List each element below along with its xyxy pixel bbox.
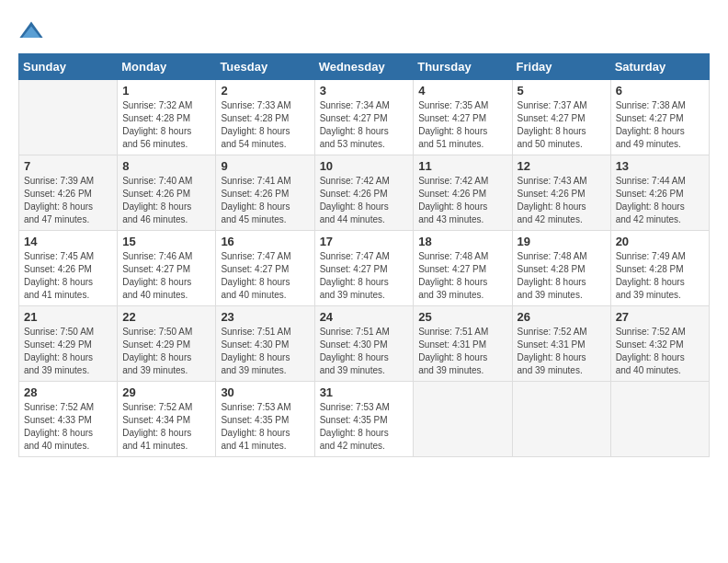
day-info: Sunrise: 7:47 AM Sunset: 4:27 PM Dayligh… xyxy=(221,250,309,302)
day-info: Sunrise: 7:52 AM Sunset: 4:31 PM Dayligh… xyxy=(518,326,606,377)
day-info: Sunrise: 7:49 AM Sunset: 4:28 PM Dayligh… xyxy=(616,250,704,302)
page-header xyxy=(18,18,710,44)
calendar-body: 1Sunrise: 7:32 AM Sunset: 4:28 PM Daylig… xyxy=(19,80,710,457)
calendar-cell: 21Sunrise: 7:50 AM Sunset: 4:29 PM Dayli… xyxy=(19,306,118,382)
calendar-cell: 4Sunrise: 7:35 AM Sunset: 4:27 PM Daylig… xyxy=(414,80,512,155)
day-info: Sunrise: 7:41 AM Sunset: 4:26 PM Dayligh… xyxy=(221,175,309,226)
calendar-cell: 12Sunrise: 7:43 AM Sunset: 4:26 PM Dayli… xyxy=(512,155,610,231)
day-number: 31 xyxy=(320,385,409,399)
day-number: 9 xyxy=(221,159,309,173)
calendar-cell: 10Sunrise: 7:42 AM Sunset: 4:26 PM Dayli… xyxy=(314,155,414,231)
day-info: Sunrise: 7:52 AM Sunset: 4:34 PM Dayligh… xyxy=(122,401,210,453)
day-number: 17 xyxy=(320,235,409,248)
day-number: 13 xyxy=(616,159,704,173)
day-number: 11 xyxy=(418,159,506,173)
calendar-cell: 9Sunrise: 7:41 AM Sunset: 4:26 PM Daylig… xyxy=(216,155,314,231)
day-number: 27 xyxy=(616,310,704,324)
day-info: Sunrise: 7:48 AM Sunset: 4:28 PM Dayligh… xyxy=(518,250,606,302)
calendar-week-row: 28Sunrise: 7:52 AM Sunset: 4:33 PM Dayli… xyxy=(19,382,710,457)
day-number: 29 xyxy=(122,385,210,399)
calendar-cell: 23Sunrise: 7:51 AM Sunset: 4:30 PM Dayli… xyxy=(216,306,314,382)
day-info: Sunrise: 7:53 AM Sunset: 4:35 PM Dayligh… xyxy=(221,401,309,453)
day-info: Sunrise: 7:53 AM Sunset: 4:35 PM Dayligh… xyxy=(320,401,409,453)
day-number: 16 xyxy=(221,235,309,248)
day-number: 24 xyxy=(320,310,409,324)
day-info: Sunrise: 7:46 AM Sunset: 4:27 PM Dayligh… xyxy=(122,250,210,302)
day-info: Sunrise: 7:50 AM Sunset: 4:29 PM Dayligh… xyxy=(122,326,210,377)
calendar-cell: 2Sunrise: 7:33 AM Sunset: 4:28 PM Daylig… xyxy=(216,80,314,155)
day-number: 30 xyxy=(221,385,309,399)
day-number: 2 xyxy=(221,84,309,98)
weekday-header: Sunday xyxy=(19,54,118,80)
calendar-cell: 27Sunrise: 7:52 AM Sunset: 4:32 PM Dayli… xyxy=(610,306,709,382)
calendar-cell: 18Sunrise: 7:48 AM Sunset: 4:27 PM Dayli… xyxy=(414,231,512,306)
day-number: 23 xyxy=(221,310,309,324)
day-number: 15 xyxy=(122,235,210,248)
calendar-cell xyxy=(512,382,610,457)
calendar-week-row: 14Sunrise: 7:45 AM Sunset: 4:26 PM Dayli… xyxy=(19,231,710,306)
day-number: 3 xyxy=(320,84,409,98)
day-number: 25 xyxy=(418,310,506,324)
day-number: 1 xyxy=(122,84,210,98)
calendar-cell: 15Sunrise: 7:46 AM Sunset: 4:27 PM Dayli… xyxy=(118,231,216,306)
day-info: Sunrise: 7:42 AM Sunset: 4:26 PM Dayligh… xyxy=(320,175,409,226)
day-number: 18 xyxy=(418,235,506,248)
calendar-cell: 11Sunrise: 7:42 AM Sunset: 4:26 PM Dayli… xyxy=(414,155,512,231)
day-info: Sunrise: 7:51 AM Sunset: 4:30 PM Dayligh… xyxy=(221,326,309,377)
calendar-cell: 7Sunrise: 7:39 AM Sunset: 4:26 PM Daylig… xyxy=(19,155,118,231)
day-info: Sunrise: 7:43 AM Sunset: 4:26 PM Dayligh… xyxy=(518,175,606,226)
weekday-header: Friday xyxy=(512,54,610,80)
day-info: Sunrise: 7:47 AM Sunset: 4:27 PM Dayligh… xyxy=(320,250,409,302)
day-number: 8 xyxy=(122,159,210,173)
day-number: 19 xyxy=(518,235,606,248)
day-info: Sunrise: 7:45 AM Sunset: 4:26 PM Dayligh… xyxy=(24,250,112,302)
day-info: Sunrise: 7:42 AM Sunset: 4:26 PM Dayligh… xyxy=(418,175,506,226)
calendar-cell: 19Sunrise: 7:48 AM Sunset: 4:28 PM Dayli… xyxy=(512,231,610,306)
calendar-cell: 17Sunrise: 7:47 AM Sunset: 4:27 PM Dayli… xyxy=(314,231,414,306)
day-number: 21 xyxy=(24,310,112,324)
logo-icon xyxy=(18,18,44,44)
day-info: Sunrise: 7:37 AM Sunset: 4:27 PM Dayligh… xyxy=(518,99,606,151)
day-info: Sunrise: 7:34 AM Sunset: 4:27 PM Dayligh… xyxy=(320,99,409,151)
calendar-cell: 20Sunrise: 7:49 AM Sunset: 4:28 PM Dayli… xyxy=(610,231,709,306)
calendar-week-row: 1Sunrise: 7:32 AM Sunset: 4:28 PM Daylig… xyxy=(19,80,710,155)
day-info: Sunrise: 7:40 AM Sunset: 4:26 PM Dayligh… xyxy=(122,175,210,226)
day-info: Sunrise: 7:48 AM Sunset: 4:27 PM Dayligh… xyxy=(418,250,506,302)
day-number: 22 xyxy=(122,310,210,324)
calendar-cell: 6Sunrise: 7:38 AM Sunset: 4:27 PM Daylig… xyxy=(610,80,709,155)
day-number: 5 xyxy=(518,84,606,98)
day-info: Sunrise: 7:52 AM Sunset: 4:32 PM Dayligh… xyxy=(616,326,704,377)
day-number: 20 xyxy=(616,235,704,248)
calendar-cell: 14Sunrise: 7:45 AM Sunset: 4:26 PM Dayli… xyxy=(19,231,118,306)
day-number: 4 xyxy=(418,84,506,98)
day-info: Sunrise: 7:39 AM Sunset: 4:26 PM Dayligh… xyxy=(24,175,112,226)
logo xyxy=(18,18,48,44)
weekday-row: SundayMondayTuesdayWednesdayThursdayFrid… xyxy=(19,54,710,80)
calendar-cell: 3Sunrise: 7:34 AM Sunset: 4:27 PM Daylig… xyxy=(314,80,414,155)
day-number: 6 xyxy=(616,84,704,98)
calendar-cell: 16Sunrise: 7:47 AM Sunset: 4:27 PM Dayli… xyxy=(216,231,314,306)
day-info: Sunrise: 7:44 AM Sunset: 4:26 PM Dayligh… xyxy=(616,175,704,226)
day-info: Sunrise: 7:50 AM Sunset: 4:29 PM Dayligh… xyxy=(24,326,112,377)
calendar-cell: 5Sunrise: 7:37 AM Sunset: 4:27 PM Daylig… xyxy=(512,80,610,155)
calendar-cell xyxy=(414,382,512,457)
day-number: 7 xyxy=(24,159,112,173)
day-info: Sunrise: 7:32 AM Sunset: 4:28 PM Dayligh… xyxy=(122,99,210,151)
calendar-cell: 28Sunrise: 7:52 AM Sunset: 4:33 PM Dayli… xyxy=(19,382,118,457)
calendar-cell xyxy=(19,80,118,155)
day-info: Sunrise: 7:35 AM Sunset: 4:27 PM Dayligh… xyxy=(418,99,506,151)
calendar-header: SundayMondayTuesdayWednesdayThursdayFrid… xyxy=(19,54,710,80)
day-info: Sunrise: 7:52 AM Sunset: 4:33 PM Dayligh… xyxy=(24,401,112,453)
weekday-header: Saturday xyxy=(610,54,709,80)
calendar-cell xyxy=(610,382,709,457)
calendar-cell: 26Sunrise: 7:52 AM Sunset: 4:31 PM Dayli… xyxy=(512,306,610,382)
calendar-week-row: 7Sunrise: 7:39 AM Sunset: 4:26 PM Daylig… xyxy=(19,155,710,231)
calendar-table: SundayMondayTuesdayWednesdayThursdayFrid… xyxy=(18,53,710,457)
calendar-cell: 24Sunrise: 7:51 AM Sunset: 4:30 PM Dayli… xyxy=(314,306,414,382)
calendar-cell: 29Sunrise: 7:52 AM Sunset: 4:34 PM Dayli… xyxy=(118,382,216,457)
calendar-cell: 13Sunrise: 7:44 AM Sunset: 4:26 PM Dayli… xyxy=(610,155,709,231)
weekday-header: Tuesday xyxy=(216,54,314,80)
calendar-cell: 31Sunrise: 7:53 AM Sunset: 4:35 PM Dayli… xyxy=(314,382,414,457)
day-number: 10 xyxy=(320,159,409,173)
weekday-header: Wednesday xyxy=(314,54,414,80)
